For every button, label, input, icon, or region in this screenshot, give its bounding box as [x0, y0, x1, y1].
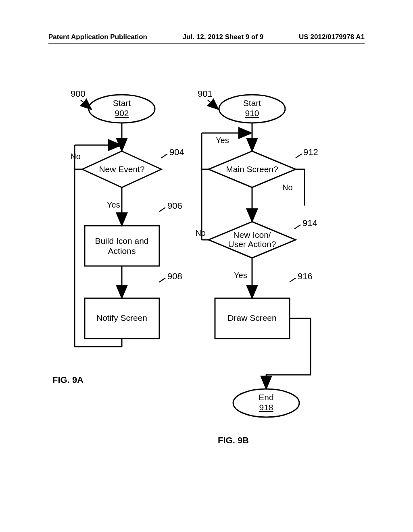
process2-a-label: Notify Screen [96, 313, 147, 322]
process1-a [85, 226, 159, 266]
yes-loop-b [202, 133, 209, 169]
header-center: Jul. 12, 2012 Sheet 9 of 9 [183, 33, 263, 41]
start-a-ref: 902 [115, 108, 129, 118]
process1-a-ref: 906 [167, 201, 182, 211]
end-b-label: End [259, 393, 273, 402]
d1-b-ref: 912 [303, 147, 318, 157]
912-leader [296, 154, 302, 158]
end-b-ref: 918 [259, 403, 273, 412]
process1-a-l2: Actions [108, 246, 136, 256]
process-b-ref: 916 [298, 271, 313, 281]
908-leader [159, 278, 165, 282]
process1-a-l1: Build Icon and [95, 236, 148, 245]
d2-b-yes: Yes [234, 271, 247, 280]
start-a-label: Start [113, 98, 131, 108]
decision-a-ref: 904 [169, 147, 184, 157]
id-arrow-b [208, 100, 218, 109]
end-path-b [266, 318, 311, 375]
header-right: US 2012/0179978 A1 [299, 33, 365, 41]
decision-a-no: No [70, 152, 81, 161]
d1-b-label: Main Screen? [226, 164, 278, 174]
page-container: Patent Application Publication Jul. 12, … [0, 0, 413, 532]
start-b-label: Start [243, 98, 261, 108]
chart-b-id: 901 [198, 89, 213, 99]
904-leader [161, 154, 167, 158]
d2-b-ref: 914 [302, 218, 317, 228]
fig-9a-caption: FIG. 9A [52, 375, 83, 385]
fig-9b-caption: FIG. 9B [218, 435, 249, 445]
d2-b-no: No [195, 229, 206, 237]
process-b-label: Draw Screen [227, 313, 276, 322]
chart-a-id: 900 [71, 89, 86, 99]
process2-a-ref: 908 [167, 271, 182, 281]
header-left: Patent Application Publication [48, 33, 147, 41]
d2-b-l1: New Icon/ [233, 230, 271, 239]
906-leader [159, 208, 165, 212]
no-path-d1-b-seg1 [296, 169, 305, 206]
flowchart-svg: 900 Start 902 New Event? 904 No Yes 906 … [0, 64, 413, 468]
d1-b-yes: Yes [216, 136, 229, 145]
decision-a-yes: Yes [107, 200, 120, 209]
decision-a-label: New Event? [99, 164, 144, 174]
914-leader [294, 225, 300, 229]
916-leader [290, 278, 296, 282]
page-header: Patent Application Publication Jul. 12, … [48, 33, 365, 44]
d1-b-no: No [282, 183, 293, 192]
d2-b-l2: User Action? [228, 239, 276, 249]
start-b-ref: 910 [245, 108, 259, 118]
